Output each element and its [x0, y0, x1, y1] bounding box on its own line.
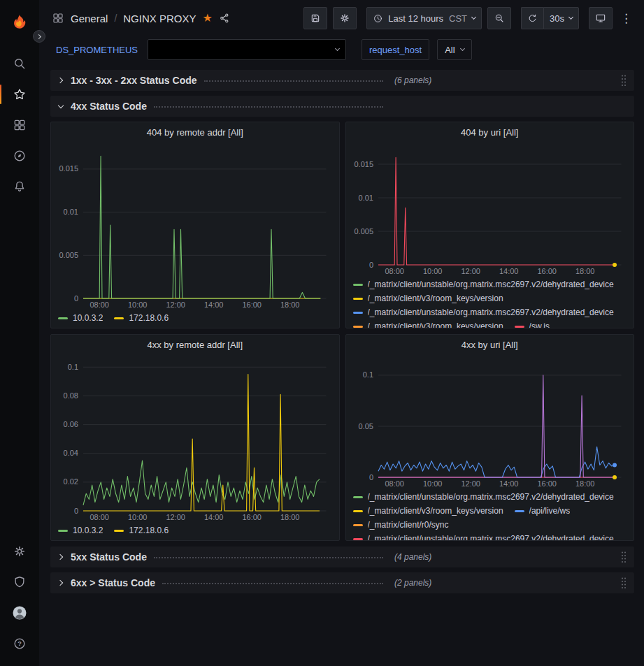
- svg-text:12:00: 12:00: [461, 267, 480, 275]
- panel-4xx-by-remote-addr-all: 4xx by remote addr [All]00.020.040.060.0…: [50, 334, 340, 541]
- svg-text:?: ?: [17, 640, 22, 647]
- panel-title[interactable]: 4xx by remote addr [All]: [51, 335, 339, 354]
- row-4xx[interactable]: 4xx Status Code: [50, 96, 634, 117]
- row-title: 5xx Status Code: [71, 551, 147, 563]
- legend-series-swatch: [353, 298, 363, 300]
- legend-item[interactable]: 172.18.0.6: [114, 311, 169, 325]
- dashboard-header: General / NGINX PROXY ★ Last 12 hours: [39, 0, 644, 36]
- header-toolbar: Last 12 hours CST 30s: [303, 7, 634, 29]
- dashboards-nav-icon[interactable]: [4, 110, 35, 140]
- legend-series-label: /_matrix/client/v3/room_keys/version: [368, 504, 503, 518]
- legend-series-swatch: [515, 326, 524, 328]
- datasource-dropdown[interactable]: [148, 39, 346, 60]
- starred-nav-icon[interactable]: [4, 80, 35, 109]
- row-panel-count: (6 panels): [394, 75, 431, 85]
- time-range-picker[interactable]: Last 12 hours CST: [366, 7, 482, 29]
- row-1xx-3xx-2xx[interactable]: 1xx - 3xx - 2xx Status Code (6 panels): [50, 70, 634, 91]
- svg-text:0: 0: [74, 507, 78, 515]
- settings-gear-icon[interactable]: [4, 537, 35, 566]
- legend-item[interactable]: /_matrix/client/v3/room_keys/version: [353, 319, 503, 328]
- legend-series-swatch: [353, 284, 363, 286]
- row-drag-handle[interactable]: [619, 575, 629, 591]
- legend-series-swatch: [114, 530, 124, 532]
- alerting-bell-icon[interactable]: [4, 172, 35, 201]
- legend-series-label: /_matrix/client/unstable/org.matrix.msc2…: [368, 305, 614, 319]
- timeseries-chart[interactable]: 00.050.108:0010:0012:0014:0016:0018:00: [349, 354, 631, 488]
- panel-title[interactable]: 404 by remote addr [All]: [51, 122, 339, 142]
- variable-label-request-host[interactable]: request_host: [362, 39, 429, 60]
- help-icon[interactable]: ?: [4, 629, 35, 658]
- more-options-kebab-icon[interactable]: ⋮: [618, 13, 634, 24]
- legend-series-swatch: [353, 326, 363, 328]
- timeseries-chart[interactable]: 00.0050.010.01508:0010:0012:0014:0016:00…: [349, 142, 631, 276]
- svg-text:18:00: 18:00: [280, 301, 300, 309]
- row-panel-count: (2 panels): [394, 578, 431, 588]
- row-drag-handle[interactable]: [619, 73, 629, 88]
- request-host-dropdown[interactable]: All: [437, 39, 471, 60]
- svg-text:10:00: 10:00: [422, 479, 442, 488]
- svg-text:18:00: 18:00: [280, 513, 300, 521]
- svg-text:10:00: 10:00: [422, 267, 442, 275]
- svg-text:16:00: 16:00: [242, 513, 262, 521]
- svg-text:08:00: 08:00: [90, 301, 109, 309]
- grafana-logo[interactable]: [4, 6, 35, 38]
- row-dots: [154, 106, 383, 108]
- timeseries-chart[interactable]: 00.020.040.060.080.108:0010:0012:0014:00…: [54, 354, 336, 522]
- timeseries-chart[interactable]: 00.0050.010.01508:0010:0012:0014:0016:00…: [54, 142, 336, 310]
- svg-text:18:00: 18:00: [575, 267, 594, 275]
- legend-series-label: 10.0.3.2: [73, 523, 103, 537]
- server-admin-shield-icon[interactable]: [4, 567, 35, 597]
- refresh-button[interactable]: [521, 7, 543, 29]
- breadcrumb-folder[interactable]: General: [71, 13, 108, 24]
- sidebar-nav: ?: [0, 0, 39, 666]
- chevron-right-icon: [56, 581, 66, 585]
- panel-title[interactable]: 4xx by uri [All]: [346, 335, 634, 354]
- legend-item[interactable]: /api/live/ws: [515, 504, 571, 518]
- legend-item[interactable]: /_matrix/client/unstable/org.matrix.msc2…: [353, 305, 614, 319]
- panel-title[interactable]: 404 by uri [All]: [346, 122, 634, 142]
- refresh-interval-dropdown[interactable]: 30s: [543, 7, 579, 29]
- legend-item[interactable]: 10.0.3.2: [58, 311, 103, 325]
- save-dashboard-button[interactable]: [303, 7, 327, 29]
- share-icon[interactable]: [219, 13, 230, 24]
- tv-mode-button[interactable]: [589, 7, 613, 29]
- svg-text:14:00: 14:00: [204, 513, 224, 521]
- expand-sidebar-button[interactable]: [33, 30, 45, 43]
- svg-text:10:00: 10:00: [128, 301, 148, 309]
- legend-item[interactable]: /_matrix/client/unstable/org.matrix.msc2…: [353, 490, 614, 504]
- row-6xx[interactable]: 6xx > Status Code (2 panels): [50, 572, 634, 593]
- panel-legend: 10.0.3.2172.18.0.6: [51, 522, 339, 540]
- search-icon[interactable]: [4, 49, 35, 78]
- svg-text:12:00: 12:00: [166, 513, 185, 521]
- breadcrumb-separator: /: [114, 13, 117, 24]
- svg-text:0.01: 0.01: [64, 208, 78, 216]
- svg-text:0: 0: [368, 473, 373, 482]
- legend-item[interactable]: 172.18.0.6: [114, 523, 169, 537]
- svg-text:0.05: 0.05: [358, 422, 373, 430]
- row-title: 4xx Status Code: [71, 101, 147, 112]
- dashboard-title[interactable]: NGINX PROXY: [123, 13, 196, 24]
- row-title: 6xx > Status Code: [71, 577, 155, 588]
- legend-item[interactable]: /_matrix/client/v3/room_keys/version: [353, 291, 503, 305]
- legend-item[interactable]: /sw.js: [515, 319, 550, 328]
- zoom-out-button[interactable]: [487, 7, 511, 29]
- svg-text:0.005: 0.005: [354, 227, 373, 236]
- dashboard-settings-button[interactable]: [333, 7, 357, 29]
- user-avatar[interactable]: [4, 598, 35, 628]
- favorite-star-icon[interactable]: ★: [202, 13, 212, 24]
- variable-label-ds-prometheus[interactable]: DS_PROMETHEUS: [56, 45, 142, 55]
- row-drag-handle[interactable]: [619, 549, 629, 565]
- row-5xx[interactable]: 5xx Status Code (4 panels): [50, 546, 634, 567]
- legend-item[interactable]: /_matrix/client/unstable/org.matrix.msc2…: [353, 532, 614, 540]
- svg-text:0.08: 0.08: [64, 391, 78, 400]
- legend-item[interactable]: /_matrix/client/v3/room_keys/version: [353, 504, 503, 518]
- legend-item[interactable]: /_matrix/client/r0/sync: [353, 518, 449, 532]
- legend-item[interactable]: 10.0.3.2: [58, 523, 103, 537]
- chevron-right-icon: [56, 555, 66, 559]
- row-panel-count: (4 panels): [394, 552, 431, 562]
- legend-series-label: /_matrix/client/unstable/org.matrix.msc2…: [368, 532, 614, 540]
- svg-text:0.015: 0.015: [59, 164, 78, 173]
- legend-item[interactable]: /_matrix/client/unstable/org.matrix.msc2…: [353, 277, 614, 291]
- svg-text:14:00: 14:00: [204, 301, 224, 309]
- explore-compass-icon[interactable]: [4, 141, 35, 171]
